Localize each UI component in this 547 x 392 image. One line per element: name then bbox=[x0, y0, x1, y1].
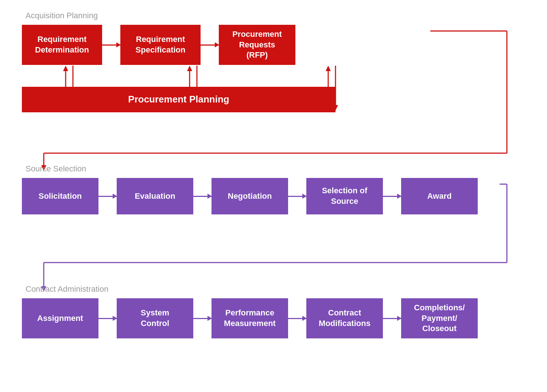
acquisition-label: Acquisition Planning bbox=[26, 11, 525, 20]
negotiation-box: Negotiation bbox=[212, 178, 288, 214]
contract-modifications-box: Contract Modifications bbox=[306, 298, 383, 338]
arrow-assign-to-sys bbox=[98, 318, 117, 319]
diagram-container: Acquisition Planning Requirement Determi… bbox=[0, 0, 547, 392]
arrow-sys-to-perf bbox=[193, 318, 212, 319]
evaluation-box: Evaluation bbox=[117, 178, 193, 214]
arrow-mod-to-close bbox=[383, 318, 401, 319]
source-selection-section: Source Selection Solicitation Evaluation… bbox=[22, 164, 525, 214]
requirement-specification-box: Requirement Specification bbox=[120, 25, 201, 65]
contract-admin-label: Contract Administration bbox=[26, 284, 525, 294]
award-box: Award bbox=[401, 178, 478, 214]
arrow-sel-to-award bbox=[383, 196, 401, 197]
procurement-planning-box: Procurement Planning bbox=[22, 87, 335, 112]
arrow-req-spec-to-rfp bbox=[201, 44, 219, 46]
source-selection-label: Source Selection bbox=[26, 164, 525, 174]
arrow-neg-to-sel bbox=[288, 196, 306, 197]
performance-measurement-box: Performance Measurement bbox=[212, 298, 288, 338]
arrow-req-det-to-spec bbox=[102, 44, 120, 46]
arrow-eval-to-neg bbox=[193, 196, 212, 197]
system-control-box: System Control bbox=[117, 298, 193, 338]
acquisition-section: Acquisition Planning Requirement Determi… bbox=[22, 11, 525, 112]
contract-admin-section: Contract Administration Assignment Syste… bbox=[22, 284, 525, 338]
source-selection-row: Solicitation Evaluation Negotiation Sele… bbox=[22, 178, 525, 214]
contract-admin-row: Assignment System Control Performance Me… bbox=[22, 298, 525, 338]
arrow-sol-to-eval bbox=[98, 196, 117, 197]
completions-box: Completions/ Payment/ Closeout bbox=[401, 298, 478, 338]
assignment-box: Assignment bbox=[22, 298, 98, 338]
procurement-requests-box: Procurement Requests (RFP) bbox=[219, 25, 295, 65]
requirement-determination-box: Requirement Determination bbox=[22, 25, 102, 65]
selection-of-source-box: Selection of Source bbox=[306, 178, 383, 214]
solicitation-box: Solicitation bbox=[22, 178, 98, 214]
arrow-perf-to-mod bbox=[288, 318, 306, 319]
